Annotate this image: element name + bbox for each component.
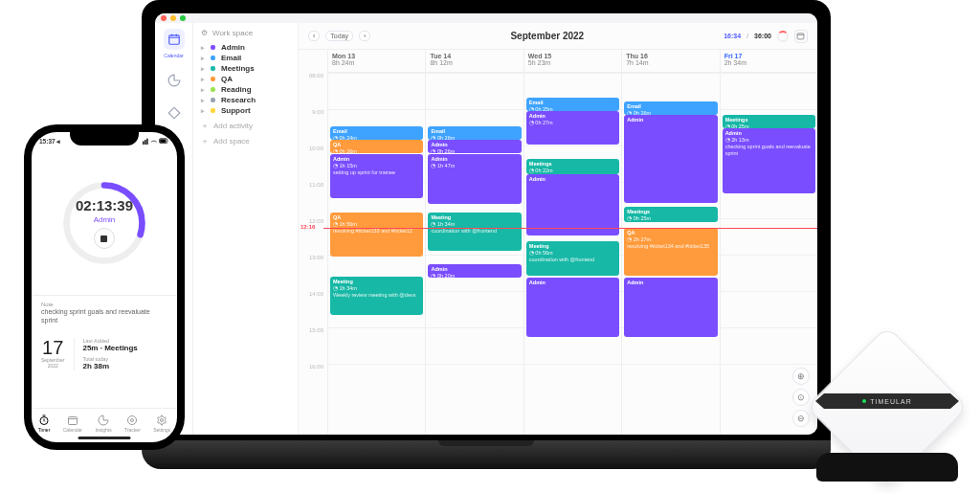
tracker-brand-band: TIMEULAR <box>815 393 959 409</box>
calendar-icon <box>67 415 78 426</box>
settings-icon <box>156 415 167 426</box>
hour-label: 08:00 <box>299 73 323 109</box>
calendar-event[interactable]: Email◔ 0h 25m <box>526 98 619 111</box>
calendar-day-column: Thu 167h 14mEmail◔ 0h 26mAdminMeetings◔ … <box>621 50 719 435</box>
calendar-title: September 2022 <box>510 31 584 41</box>
day-header: Mon 138h 24m <box>328 50 425 73</box>
window-close-icon[interactable] <box>161 15 167 21</box>
activity-label: Research <box>221 96 256 104</box>
svg-rect-5 <box>146 139 147 145</box>
calendar-event[interactable]: Admin <box>624 278 717 337</box>
stats-section: 17 September 2022 Last Added 25m · Meeti… <box>32 330 177 378</box>
calendar-event[interactable]: Admin <box>526 174 619 235</box>
svg-point-12 <box>128 416 137 425</box>
calendar-toggle-button[interactable] <box>794 30 808 43</box>
calendar-event[interactable]: Admin◔ 2h 13mchecking sprint goals and r… <box>723 128 815 193</box>
calendar-event[interactable]: Admin <box>624 115 717 203</box>
tracker-base <box>816 453 958 482</box>
calendar-event[interactable]: Admin◔ 0h 20m <box>428 264 521 278</box>
chevron-right-icon: ▸ <box>201 65 205 73</box>
hour-label: 9:00 <box>299 109 323 146</box>
plus-icon: ＋ <box>201 136 209 146</box>
app-window: Calendar ⚙ Work space ▸ <box>155 13 817 435</box>
svg-rect-3 <box>143 142 144 146</box>
timer-icon <box>38 415 50 426</box>
activity-color-dot <box>211 108 215 113</box>
calendar-event[interactable]: Email◔ 0h 26m <box>428 126 521 140</box>
plus-icon: ＋ <box>201 121 209 131</box>
target-time: 36:00 <box>754 33 771 39</box>
note-section[interactable]: Note checking sprint goals and reevaluat… <box>32 295 177 330</box>
chevron-right-icon: ▸ <box>201 55 205 62</box>
activity-label: Admin <box>221 43 245 52</box>
tab-calendar[interactable]: Calendar <box>63 415 82 433</box>
calendar-event[interactable]: QA◔ 1h 56mresolving #ticket133 and #tick… <box>330 213 423 257</box>
prev-week-button[interactable]: ‹ <box>308 31 320 41</box>
nav-insights-icon[interactable] <box>164 70 185 91</box>
nav-tracker-icon[interactable] <box>164 102 185 123</box>
calendar-event[interactable]: QA◔ 2h 27mresolving #ticket134 and #tick… <box>624 228 717 276</box>
calendar-grid: 08:009:0010:0011:0012:0013:0014:0015:001… <box>299 50 817 435</box>
today-button[interactable]: Today <box>325 31 353 41</box>
sidebar-activity[interactable]: ▸ Admin <box>201 42 290 53</box>
window-maximize-icon[interactable] <box>180 15 186 21</box>
day-header: Tue 148h 12m <box>426 50 523 73</box>
activity-label: QA <box>221 75 233 83</box>
calendar-event[interactable]: Admin◔ 1h 15msetting up sprint for train… <box>330 154 423 198</box>
activity-color-dot <box>211 45 215 50</box>
calendar-event[interactable]: Admin <box>526 278 619 337</box>
window-minimize-icon[interactable] <box>170 15 176 21</box>
progress-ring-icon <box>777 31 789 42</box>
calendar-event[interactable]: Admin◔ 0h 26m <box>428 140 521 153</box>
sidebar-activity[interactable]: ▸ QA <box>201 74 290 84</box>
calendar-event[interactable]: Meetings◔ 0h 25m <box>723 115 815 128</box>
sidebar-activity[interactable]: ▸ Research <box>201 95 290 105</box>
tracker-brand-text: TIMEULAR <box>870 398 911 405</box>
hour-label: 10:00 <box>299 146 323 182</box>
home-indicator <box>78 437 131 439</box>
calendar-event[interactable]: Email◔ 0h 26m <box>624 101 717 115</box>
calendar-event[interactable]: Admin◔ 0h 27m <box>526 111 619 145</box>
phone-notch <box>70 132 139 146</box>
timer-area: 02:13:39 Admin <box>32 151 177 295</box>
activity-label: Reading <box>221 85 252 94</box>
tracker-device: TIMEULAR <box>806 290 969 482</box>
chevron-right-icon: ▸ <box>201 86 205 94</box>
tab-tracker[interactable]: Tracker <box>124 415 141 433</box>
add-space-button[interactable]: ＋ Add space <box>201 136 290 146</box>
svg-rect-7 <box>160 139 166 143</box>
sidebar-activity[interactable]: ▸ Support <box>201 105 290 116</box>
add-activity-button[interactable]: ＋ Add activity <box>201 121 290 131</box>
activity-label: Email <box>221 54 241 62</box>
calendar-event[interactable]: Meetings◔ 0h 25m <box>624 207 717 222</box>
sidebar-activity[interactable]: ▸ Reading <box>201 84 290 95</box>
hour-label: 14:00 <box>299 291 323 327</box>
nav-calendar-icon[interactable] <box>164 29 185 50</box>
tab-timer[interactable]: Timer <box>38 415 51 433</box>
workspace-header[interactable]: ⚙ Work space <box>201 29 290 37</box>
calendar-day-column: Tue 148h 12mEmail◔ 0h 26mAdmin◔ 0h 26mAd… <box>425 50 523 435</box>
sidebar-activity[interactable]: ▸ Email <box>201 53 290 63</box>
laptop-base <box>142 440 831 469</box>
chevron-right-icon: ▸ <box>201 76 205 83</box>
calendar-event[interactable]: Meeting◔ 0h 56mcoordination with @fronte… <box>526 241 619 276</box>
calendar-event[interactable]: Meeting◔ 1h 34mcoordination with @fronte… <box>428 213 521 251</box>
calendar-day-column: Wed 155h 23mEmail◔ 0h 25mAdmin◔ 0h 27mMe… <box>523 50 621 435</box>
next-week-button[interactable]: › <box>359 31 370 41</box>
hour-label: 13:00 <box>299 255 323 291</box>
sidebar-activity[interactable]: ▸ Meetings <box>201 63 290 74</box>
calendar-event[interactable]: Meeting◔ 1h 34mWeekly review meeting wit… <box>330 277 423 315</box>
laptop-mockup: Calendar ⚙ Work space ▸ <box>142 0 831 469</box>
calendar-event[interactable]: Admin◔ 1h 47m <box>428 154 521 204</box>
calendar-event[interactable]: Meetings◔ 0h 22m <box>526 159 619 174</box>
calendar-event[interactable]: Email◔ 0h 24m <box>330 126 423 140</box>
activity-label: Support <box>221 106 251 115</box>
window-chrome <box>155 13 817 23</box>
calendar-event[interactable]: QA◔ 0h 26m <box>330 140 423 153</box>
tab-settings[interactable]: Settings <box>153 415 170 433</box>
hour-label: 16:00 <box>299 364 323 400</box>
tab-insights[interactable]: Insights <box>95 415 111 433</box>
activity-label: Meetings <box>221 64 255 73</box>
topbar: ‹ Today › September 2022 16:34 / 36:00 <box>299 23 817 50</box>
tracker-status-led <box>862 399 866 403</box>
